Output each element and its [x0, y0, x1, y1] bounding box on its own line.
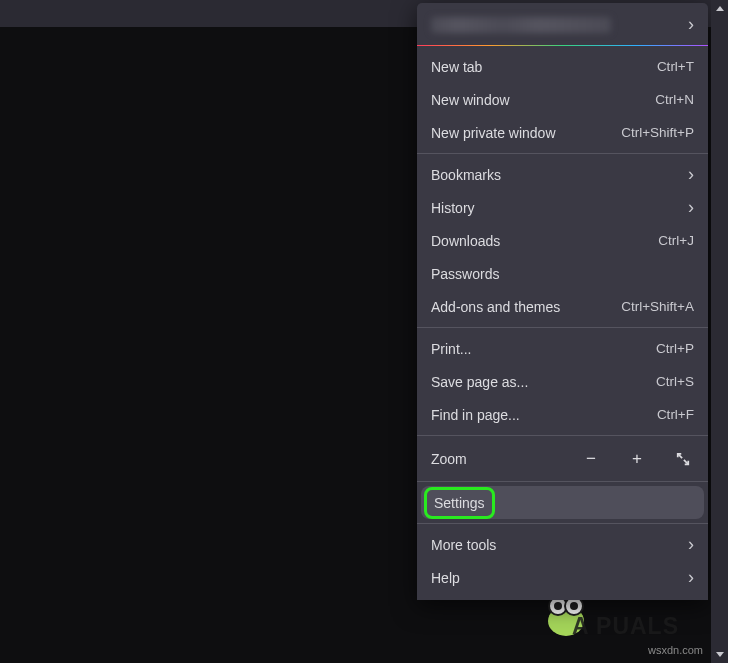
- zoom-out-button[interactable]: −: [580, 448, 602, 470]
- menu-shortcut: Ctrl+Shift+P: [621, 125, 694, 140]
- scrollbar-up-icon[interactable]: [711, 0, 728, 17]
- svg-point-3: [554, 602, 562, 610]
- menu-item-find-in-page[interactable]: Find in page... Ctrl+F: [417, 398, 708, 431]
- menu-item-help[interactable]: Help ›: [417, 561, 708, 594]
- menu-group-library: Bookmarks › History › Downloads Ctrl+J P…: [417, 154, 708, 328]
- menu-label: Add-ons and themes: [431, 299, 560, 315]
- menu-group-page: Print... Ctrl+P Save page as... Ctrl+S F…: [417, 328, 708, 436]
- menu-item-save-page-as[interactable]: Save page as... Ctrl+S: [417, 365, 708, 398]
- menu-label: Downloads: [431, 233, 500, 249]
- chevron-right-icon: ›: [688, 164, 694, 185]
- menu-shortcut: Ctrl+S: [656, 374, 694, 389]
- chevron-right-icon: ›: [688, 197, 694, 218]
- menu-label: Passwords: [431, 266, 499, 282]
- menu-shortcut: Ctrl+F: [657, 407, 694, 422]
- menu-item-bookmarks[interactable]: Bookmarks ›: [417, 158, 708, 191]
- menu-label: New private window: [431, 125, 556, 141]
- menu-item-new-window[interactable]: New window Ctrl+N: [417, 83, 708, 116]
- menu-item-new-private-window[interactable]: New private window Ctrl+Shift+P: [417, 116, 708, 149]
- settings-highlight-box: Settings: [424, 487, 495, 519]
- menu-account-row[interactable]: ›: [417, 3, 708, 46]
- menu-label: Help: [431, 570, 460, 586]
- menu-item-settings[interactable]: Settings: [421, 486, 704, 519]
- application-menu: › New tab Ctrl+T New window Ctrl+N New p…: [417, 3, 708, 600]
- menu-group-zoom: Zoom − +: [417, 436, 708, 482]
- menu-shortcut: Ctrl+Shift+A: [621, 299, 694, 314]
- menu-label: Save page as...: [431, 374, 528, 390]
- menu-item-passwords[interactable]: Passwords: [417, 257, 708, 290]
- menu-item-addons[interactable]: Add-ons and themes Ctrl+Shift+A: [417, 290, 708, 323]
- menu-label: More tools: [431, 537, 496, 553]
- watermark-text: wsxdn.com: [648, 644, 703, 656]
- zoom-controls: − +: [580, 448, 694, 470]
- menu-shortcut: Ctrl+P: [656, 341, 694, 356]
- fullscreen-icon[interactable]: [672, 448, 694, 470]
- svg-point-4: [570, 602, 578, 610]
- zoom-label: Zoom: [431, 451, 467, 467]
- menu-shortcut: Ctrl+T: [657, 59, 694, 74]
- account-email-blurred: [431, 17, 611, 33]
- menu-item-print[interactable]: Print... Ctrl+P: [417, 332, 708, 365]
- scrollbar-track[interactable]: [711, 0, 728, 663]
- chevron-right-icon: ›: [688, 534, 694, 555]
- menu-label: Bookmarks: [431, 167, 501, 183]
- menu-label: Find in page...: [431, 407, 520, 423]
- chevron-right-icon: ›: [688, 14, 694, 35]
- chevron-right-icon: ›: [688, 567, 694, 588]
- menu-item-downloads[interactable]: Downloads Ctrl+J: [417, 224, 708, 257]
- menu-label: New window: [431, 92, 510, 108]
- menu-label: Settings: [434, 495, 485, 511]
- menu-shortcut: Ctrl+N: [655, 92, 694, 107]
- menu-label: New tab: [431, 59, 482, 75]
- menu-item-more-tools[interactable]: More tools ›: [417, 528, 708, 561]
- zoom-in-button[interactable]: +: [626, 448, 648, 470]
- menu-item-history[interactable]: History ›: [417, 191, 708, 224]
- menu-label: History: [431, 200, 475, 216]
- scrollbar-down-icon[interactable]: [711, 646, 728, 663]
- menu-group-settings: Settings: [417, 482, 708, 524]
- appuals-logo-text: A PUALS: [572, 613, 679, 640]
- menu-shortcut: Ctrl+J: [658, 233, 694, 248]
- menu-item-new-tab[interactable]: New tab Ctrl+T: [417, 50, 708, 83]
- menu-group-tabs: New tab Ctrl+T New window Ctrl+N New pri…: [417, 46, 708, 154]
- menu-group-more: More tools › Help ›: [417, 524, 708, 598]
- menu-label: Print...: [431, 341, 471, 357]
- zoom-row: Zoom − +: [417, 440, 708, 477]
